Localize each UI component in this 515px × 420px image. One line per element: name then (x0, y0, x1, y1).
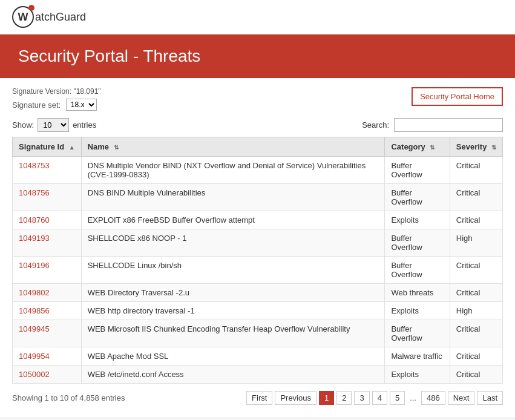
threats-table: Signature Id ▲ Name ⇅ Category ⇅ Severit… (12, 137, 503, 384)
col-sig-id[interactable]: Signature Id ▲ (13, 137, 82, 157)
meta-row: Signature Version: "18.091" Signature se… (12, 87, 503, 111)
col-severity[interactable]: Severity ⇅ (450, 137, 502, 157)
pagination-ellipsis: ... (407, 392, 419, 404)
cell-name: WEB /etc/inetd.conf Access (81, 366, 385, 384)
cell-name: SHELLCODE x86 NOOP - 1 (81, 229, 385, 257)
table-row: 1049954WEB Apache Mod SSLMalware traffic… (13, 347, 503, 366)
logo-w-letter: W (18, 11, 28, 24)
table-row: 1049856WEB http directory traversal -1Ex… (13, 302, 503, 320)
pagination-page-1[interactable]: 1 (319, 391, 334, 405)
logo-circle: W (12, 6, 34, 28)
col-category-label: Category (391, 142, 425, 151)
signature-set-select[interactable]: 18.x 17.x 16.x (66, 99, 97, 111)
cell-sig-id[interactable]: 1049802 (13, 284, 82, 302)
table-row: 1048760EXPLOIT x86 FreeBSD Buffer Overfl… (13, 211, 503, 229)
table-header-row: Signature Id ▲ Name ⇅ Category ⇅ Severit… (13, 137, 503, 157)
cell-category: Buffer Overflow (385, 184, 450, 211)
cell-name: EXPLOIT x86 FreeBSD Buffer Overflow atte… (81, 211, 385, 229)
sig-id-link[interactable]: 1050002 (19, 370, 50, 379)
sig-id-link[interactable]: 1049954 (19, 352, 50, 361)
show-select[interactable]: 10 25 50 100 (38, 118, 69, 132)
signature-version: Signature Version: "18.091" (12, 87, 101, 96)
cell-category: Buffer Overflow (385, 257, 450, 284)
cell-name: SHELLCODE Linux /bin/sh (81, 257, 385, 284)
table-row: 1049802WEB Directory Traversal -2.uWeb t… (13, 284, 503, 302)
portal-home-button[interactable]: Security Portal Home (412, 87, 503, 106)
sort-icon-name: ⇅ (114, 144, 119, 151)
sig-id-link[interactable]: 1049945 (19, 324, 50, 333)
sig-id-link[interactable]: 1049193 (19, 234, 50, 243)
col-category[interactable]: Category ⇅ (385, 137, 450, 157)
cell-severity: Critical (450, 157, 502, 184)
cell-name: DNS BIND Multiple Vulnerabilities (81, 184, 385, 211)
cell-sig-id[interactable]: 1049193 (13, 229, 82, 257)
cell-name: WEB http directory traversal -1 (81, 302, 385, 320)
sig-id-link[interactable]: 1049802 (19, 288, 50, 297)
pagination-page-4[interactable]: 4 (372, 391, 387, 405)
cell-category: Buffer Overflow (385, 157, 450, 184)
cell-sig-id[interactable]: 1049856 (13, 302, 82, 320)
sort-icon-category: ⇅ (430, 144, 435, 151)
cell-category: Buffer Overflow (385, 229, 450, 257)
cell-severity: Critical (450, 320, 502, 347)
meta-left: Signature Version: "18.091" Signature se… (12, 87, 101, 111)
show-entries: Show: 10 25 50 100 entries (12, 118, 96, 132)
pagination-page-5[interactable]: 5 (390, 391, 405, 405)
pagination-last[interactable]: Last (477, 391, 503, 405)
cell-sig-id[interactable]: 1049945 (13, 320, 82, 347)
sig-id-link[interactable]: 1049196 (19, 261, 50, 270)
cell-category: Malware traffic (385, 347, 450, 366)
pagination-next[interactable]: Next (448, 391, 475, 405)
controls-row: Show: 10 25 50 100 entries Search: (12, 118, 503, 132)
cell-name: DNS Multiple Vendor BIND (NXT Overflow a… (81, 157, 385, 184)
col-name-label: Name (88, 142, 109, 151)
search-input[interactable] (394, 118, 503, 132)
cell-severity: Critical (450, 211, 502, 229)
cell-category: Exploits (385, 366, 450, 384)
sort-icon-sig-id: ▲ (69, 144, 75, 151)
cell-sig-id[interactable]: 1050002 (13, 366, 82, 384)
logo-accent (28, 5, 34, 11)
table-row: 1048753DNS Multiple Vendor BIND (NXT Ove… (13, 157, 503, 184)
signature-set: Signature set: 18.x 17.x 16.x (12, 99, 101, 111)
cell-category: Web threats (385, 284, 450, 302)
sig-id-link[interactable]: 1048756 (19, 188, 50, 197)
table-row: 1049193SHELLCODE x86 NOOP - 1Buffer Over… (13, 229, 503, 257)
cell-severity: Critical (450, 347, 502, 366)
cell-severity: Critical (450, 257, 502, 284)
show-label: Show: (12, 120, 34, 130)
sig-set-label: Signature set: (12, 100, 61, 110)
cell-severity: Critical (450, 184, 502, 211)
pagination-page-2[interactable]: 2 (336, 391, 352, 405)
cell-category: Exploits (385, 302, 450, 320)
pagination-first[interactable]: First (246, 391, 272, 405)
cell-severity: High (450, 302, 502, 320)
sort-icon-severity: ⇅ (491, 144, 496, 151)
table-row: 1050002WEB /etc/inetd.conf AccessExploit… (13, 366, 503, 384)
cell-sig-id[interactable]: 1048753 (13, 157, 82, 184)
sig-id-link[interactable]: 1049856 (19, 306, 50, 315)
pagination-row: Showing 1 to 10 of 4,858 entries First P… (12, 391, 503, 405)
col-name[interactable]: Name ⇅ (81, 137, 385, 157)
pagination-last-page-num[interactable]: 486 (421, 391, 445, 405)
logo: W atchGuard (12, 6, 86, 28)
pagination-page-3[interactable]: 3 (354, 391, 369, 405)
cell-severity: Critical (450, 366, 502, 384)
page-title: Security Portal - Threats (18, 47, 497, 66)
top-bar: W atchGuard (0, 0, 515, 34)
cell-name: WEB Apache Mod SSL (81, 347, 385, 366)
sig-id-link[interactable]: 1048760 (19, 215, 50, 225)
cell-severity: Critical (450, 284, 502, 302)
sig-version-value: "18.091" (73, 87, 100, 96)
cell-sig-id[interactable]: 1049196 (13, 257, 82, 284)
cell-name: WEB Directory Traversal -2.u (81, 284, 385, 302)
cell-name: WEB Microsoft IIS Chunked Encoding Trans… (81, 320, 385, 347)
cell-sig-id[interactable]: 1048756 (13, 184, 82, 211)
sig-id-link[interactable]: 1048753 (19, 161, 50, 170)
cell-sig-id[interactable]: 1049954 (13, 347, 82, 366)
cell-category: Exploits (385, 211, 450, 229)
pagination-previous[interactable]: Previous (275, 391, 317, 405)
cell-sig-id[interactable]: 1048760 (13, 211, 82, 229)
logo-text: atchGuard (35, 11, 86, 24)
pagination-info-text: Showing 1 to 10 of 4,858 entries (12, 393, 125, 402)
